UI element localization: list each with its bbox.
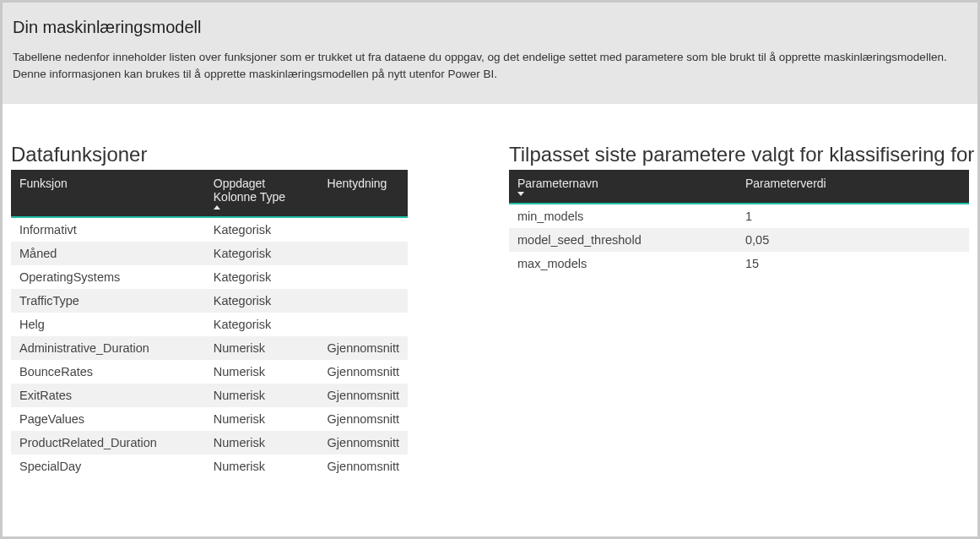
params-col-name-label: Parameternavn — [517, 177, 728, 190]
params-table: Parameternavn Parameterverdi min_models1… — [509, 170, 969, 275]
features-table: Funksjon Oppdaget Kolonne Type Hentydnin… — [11, 170, 408, 478]
feature-type-cell: Kategorisk — [205, 217, 319, 242]
params-col-name[interactable]: Parameternavn — [509, 170, 737, 204]
features-col-type[interactable]: Oppdaget Kolonne Type — [205, 170, 319, 217]
features-section: Datafunksjoner Funksjon Oppdaget Kolonne… — [11, 143, 408, 478]
feature-hint-cell: Gjennomsnitt — [319, 384, 408, 407]
feature-func-cell: Informativt — [11, 217, 205, 242]
table-row: TrafficTypeKategorisk — [11, 289, 408, 313]
feature-func-cell: Måned — [11, 242, 205, 265]
feature-func-cell: Helg — [11, 313, 205, 336]
params-title: Tilpasset siste parametere valgt for kla… — [509, 143, 969, 166]
table-row: Administrative_DurationNumeriskGjennomsn… — [11, 336, 408, 360]
feature-hint-cell: Gjennomsnitt — [319, 455, 408, 478]
features-col-type-label: Oppdaget Kolonne Type — [214, 177, 311, 204]
feature-func-cell: TrafficType — [11, 289, 205, 313]
feature-func-cell: PageValues — [11, 407, 205, 431]
page-description: Tabellene nedenfor inneholder listen ove… — [13, 49, 964, 84]
feature-type-cell: Kategorisk — [205, 265, 319, 289]
param-value-cell: 1 — [737, 204, 969, 228]
sort-asc-icon — [214, 205, 220, 210]
feature-func-cell: BounceRates — [11, 360, 205, 384]
feature-hint-cell — [319, 313, 408, 336]
feature-type-cell: Numerisk — [205, 336, 319, 360]
table-row: ExitRatesNumeriskGjennomsnitt — [11, 384, 408, 407]
table-row: max_models15 — [509, 252, 969, 275]
param-value-cell: 15 — [737, 252, 969, 275]
features-col-hint[interactable]: Hentydning — [319, 170, 408, 217]
params-col-value[interactable]: Parameterverdi — [737, 170, 969, 204]
feature-type-cell: Kategorisk — [205, 242, 319, 265]
feature-type-cell: Numerisk — [205, 431, 319, 455]
table-row: min_models1 — [509, 204, 969, 228]
feature-func-cell: ProductRelated_Duration — [11, 431, 205, 455]
table-row: ProductRelated_DurationNumeriskGjennomsn… — [11, 431, 408, 455]
table-row: MånedKategorisk — [11, 242, 408, 265]
param-name-cell: max_models — [509, 252, 737, 275]
table-row: OperatingSystemsKategorisk — [11, 265, 408, 289]
table-row: PageValuesNumeriskGjennomsnitt — [11, 407, 408, 431]
feature-hint-cell: Gjennomsnitt — [319, 431, 408, 455]
features-title: Datafunksjoner — [11, 143, 408, 166]
feature-func-cell: ExitRates — [11, 384, 205, 407]
feature-func-cell: OperatingSystems — [11, 265, 205, 289]
features-col-func[interactable]: Funksjon — [11, 170, 205, 217]
feature-type-cell: Numerisk — [205, 360, 319, 384]
sort-desc-icon — [517, 192, 524, 196]
feature-hint-cell — [319, 217, 408, 242]
table-row: HelgKategorisk — [11, 313, 408, 336]
table-row: InformativtKategorisk — [11, 217, 408, 242]
feature-hint-cell — [319, 265, 408, 289]
param-value-cell: 0,05 — [737, 228, 969, 252]
feature-type-cell: Numerisk — [205, 455, 319, 478]
param-name-cell: model_seed_threshold — [509, 228, 737, 252]
page-title: Din maskinlæringsmodell — [13, 18, 964, 37]
feature-func-cell: Administrative_Duration — [11, 336, 205, 360]
table-row: model_seed_threshold0,05 — [509, 228, 969, 252]
feature-func-cell: SpecialDay — [11, 455, 205, 478]
feature-hint-cell — [319, 242, 408, 265]
feature-hint-cell: Gjennomsnitt — [319, 360, 408, 384]
param-name-cell: min_models — [509, 204, 737, 228]
feature-hint-cell: Gjennomsnitt — [319, 407, 408, 431]
params-section: Tilpasset siste parametere valgt for kla… — [509, 143, 969, 478]
feature-hint-cell: Gjennomsnitt — [319, 336, 408, 360]
feature-type-cell: Numerisk — [205, 407, 319, 431]
feature-type-cell: Kategorisk — [205, 313, 319, 336]
content-area: Datafunksjoner Funksjon Oppdaget Kolonne… — [3, 104, 977, 478]
model-header-panel: Din maskinlæringsmodell Tabellene nedenf… — [3, 3, 977, 104]
feature-hint-cell — [319, 289, 408, 313]
table-row: SpecialDayNumeriskGjennomsnitt — [11, 455, 408, 478]
table-row: BounceRatesNumeriskGjennomsnitt — [11, 360, 408, 384]
feature-type-cell: Numerisk — [205, 384, 319, 407]
feature-type-cell: Kategorisk — [205, 289, 319, 313]
